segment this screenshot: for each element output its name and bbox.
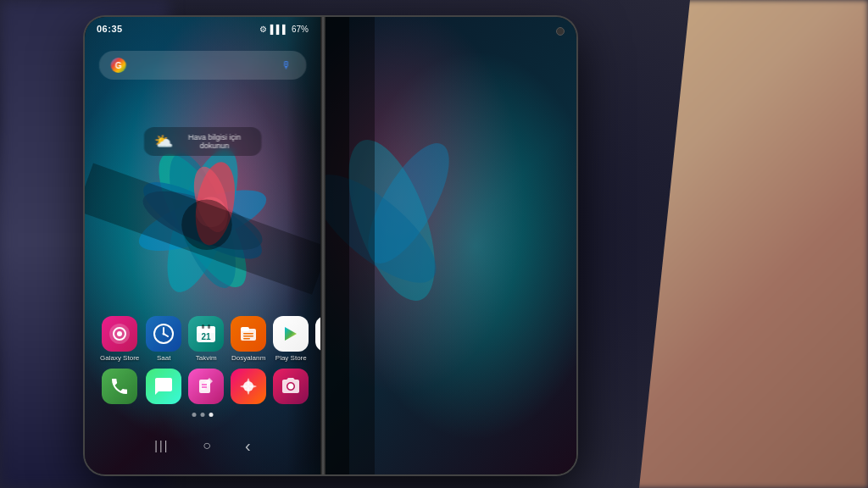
svg-point-2	[132, 178, 273, 263]
clock-icon	[146, 316, 181, 352]
weather-icon: ⛅	[154, 132, 173, 151]
nav-home-btn[interactable]: ○	[203, 438, 211, 453]
signal-icon: ▌▌▌	[270, 25, 288, 34]
battery-text: 67%	[292, 25, 309, 34]
svg-rect-26	[243, 333, 253, 335]
play-store-label: Play Store	[275, 354, 307, 362]
svg-rect-38	[324, 17, 349, 474]
svg-rect-22	[202, 324, 204, 329]
svg-point-7	[187, 163, 234, 236]
app-messages[interactable]	[146, 369, 181, 407]
nav-back-btn[interactable]: ‹	[245, 436, 251, 456]
svg-point-0	[143, 142, 263, 299]
galaxy-store-icon	[102, 316, 137, 352]
nav-bar: ||| ○ ‹	[85, 425, 320, 466]
clock-label: Saat	[157, 354, 170, 362]
search-bar[interactable]: G 🎙	[99, 51, 307, 80]
phone-icon	[102, 369, 137, 404]
page-dot-1	[192, 413, 197, 417]
settings-icon: ⚙	[259, 25, 267, 34]
app-grid: Galaxy Store Saat	[93, 316, 312, 407]
google-g-icon: G	[111, 58, 126, 73]
page-dot-2	[201, 413, 205, 417]
wallpaper-right	[324, 17, 576, 474]
phone-left-panel: 06:35 ⚙ ▌▌▌ 67% G 🎙 ⛅ Hava bilgisi için …	[85, 17, 322, 474]
svg-text:21: 21	[202, 332, 212, 341]
phone-right-panel	[324, 17, 576, 474]
app-camera[interactable]	[273, 369, 309, 407]
files-label: Dosyalarım	[231, 354, 265, 362]
svg-point-9	[181, 199, 232, 250]
galaxy-store-label: Galaxy Store	[100, 354, 139, 362]
svg-point-1	[153, 141, 252, 300]
svg-rect-23	[208, 324, 210, 329]
page-dot-3-active	[209, 413, 214, 417]
bixby-icon	[231, 369, 266, 404]
front-camera	[556, 27, 565, 36]
svg-point-3	[134, 169, 271, 272]
samsung-notes-icon	[188, 369, 224, 404]
app-samsung-notes[interactable]	[188, 369, 224, 407]
app-clock[interactable]: Saat	[146, 316, 181, 362]
messages-icon	[146, 369, 181, 404]
status-bar: 06:35 ⚙ ▌▌▌ 67%	[85, 17, 320, 41]
svg-rect-27	[243, 336, 253, 337]
app-bixby[interactable]	[231, 369, 266, 407]
status-icons: ⚙ ▌▌▌ 67%	[259, 25, 309, 34]
weather-text: Hava bilgisi için dokunun	[178, 133, 252, 150]
app-play-store[interactable]: Play Store	[273, 316, 309, 362]
svg-marker-29	[285, 327, 297, 341]
files-icon	[231, 316, 266, 352]
app-calendar[interactable]: 21 Takvim	[188, 316, 224, 362]
play-store-icon	[273, 316, 309, 352]
svg-rect-28	[243, 338, 250, 340]
phone-body: 06:35 ⚙ ▌▌▌ 67% G 🎙 ⛅ Hava bilgisi için …	[85, 17, 576, 474]
weather-widget[interactable]: ⛅ Hava bilgisi için dokunun	[144, 127, 262, 156]
calendar-icon: 21	[188, 316, 224, 352]
svg-line-10	[85, 187, 320, 271]
svg-point-5	[136, 179, 270, 262]
app-files[interactable]: Dosyalarım	[231, 316, 266, 362]
app-galaxy-store[interactable]: Galaxy Store	[100, 316, 139, 362]
phone-hinge	[320, 17, 326, 474]
scene: 06:35 ⚙ ▌▌▌ 67% G 🎙 ⛅ Hava bilgisi için …	[0, 0, 868, 488]
svg-point-17	[163, 333, 165, 336]
nav-recents-btn[interactable]: |||	[154, 439, 169, 452]
svg-point-4	[156, 145, 249, 296]
svg-point-13	[117, 331, 122, 336]
app-phone[interactable]	[100, 369, 139, 407]
mic-icon: 🎙	[279, 58, 294, 73]
svg-point-6	[190, 159, 241, 248]
svg-point-8	[196, 197, 226, 227]
status-time: 06:35	[97, 24, 123, 34]
svg-rect-25	[241, 327, 249, 331]
camera-icon	[273, 369, 309, 404]
page-dots	[192, 413, 214, 417]
calendar-label: Takvim	[196, 354, 217, 362]
